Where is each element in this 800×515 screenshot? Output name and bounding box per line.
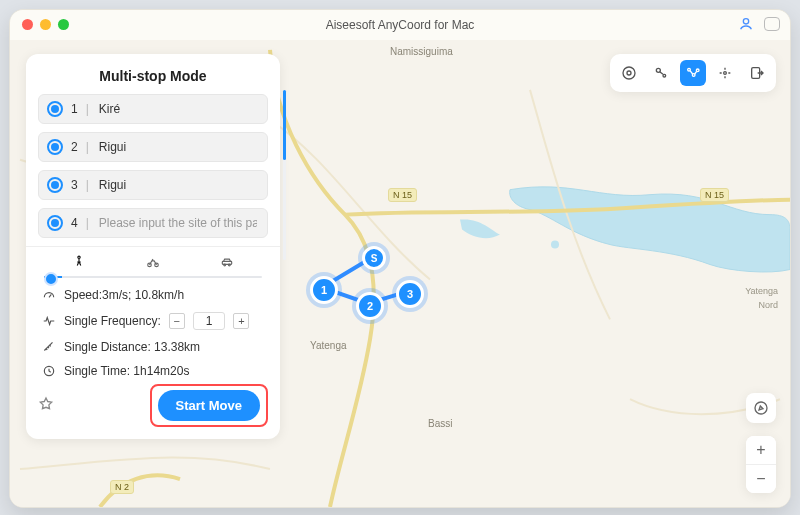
stop-radio-icon[interactable] [47,139,63,155]
zoom-controls: + − [746,436,776,493]
mode-chips [610,54,776,92]
stop-index: 2 [71,140,78,154]
distance-label: Single Distance: 13.38km [64,340,200,354]
zoom-out-button[interactable]: − [746,465,776,493]
time-row: Single Time: 1h14m20s [42,364,264,378]
chip-export[interactable] [744,60,770,86]
frequency-value[interactable]: 1 [193,312,226,330]
slider-knob[interactable] [44,272,58,286]
ruler-icon [42,340,56,354]
svg-point-4 [623,67,635,79]
app-window: Aiseesoft AnyCoord for Mac [9,9,791,508]
svg-point-3 [627,71,631,75]
place-bassi: Bassi [428,418,452,429]
zoom-in-button[interactable]: + [746,436,776,464]
traffic-lights [22,19,69,30]
svg-point-9 [696,69,699,72]
svg-point-0 [743,19,748,24]
speed-label: Speed:3m/s; 10.8km/h [64,288,184,302]
titlebar-right [738,16,780,32]
time-label: Single Time: 1h14m20s [64,364,189,378]
svg-point-8 [692,74,695,77]
route-start-node[interactable]: S [362,246,386,270]
start-move-button[interactable]: Start Move [158,390,260,421]
road-n15-b: N 15 [700,188,729,202]
stop-index: 4 [71,216,78,230]
stop-index: 3 [71,178,78,192]
route-node-1[interactable]: 1 [310,276,338,304]
place-yatenga-left: Yatenga [310,340,347,351]
window-title: Aiseesoft AnyCoord for Mac [326,18,475,32]
pulse-icon [42,314,56,328]
stop-row-2[interactable]: 2 | [38,132,268,162]
stop-index: 1 [71,102,78,116]
travel-modes [42,255,264,272]
svg-point-6 [663,74,666,77]
road-n2: N 2 [110,480,134,494]
place-yatenga-right: Yatenga [745,286,778,296]
stop-input-4[interactable] [97,215,259,231]
favorite-icon[interactable] [38,396,54,416]
panel-separator [26,246,280,247]
chip-point[interactable] [648,60,674,86]
route-node-2[interactable]: 2 [356,292,384,320]
panel-scrollbar[interactable] [283,90,286,260]
chip-locate[interactable] [616,60,642,86]
frequency-increase[interactable]: + [233,313,249,329]
left-panel: Multi-stop Mode 1 | 2 | 3 | 4 | [26,54,280,439]
svg-point-7 [688,68,691,71]
svg-point-10 [724,72,727,75]
stop-radio-icon[interactable] [47,101,63,117]
account-icon[interactable] [738,16,754,32]
mode-bike[interactable] [116,255,189,272]
compass-icon [753,400,769,416]
stop-input-2[interactable] [97,139,259,155]
route-node-3[interactable]: 3 [396,280,424,308]
place-nord: Nord [758,300,778,310]
speed-row: Speed:3m/s; 10.8km/h [42,288,264,302]
titlebar: Aiseesoft AnyCoord for Mac [10,10,790,41]
compass-button[interactable] [746,393,776,423]
clock-icon [42,364,56,378]
gauge-icon [42,288,56,302]
panel-title: Multi-stop Mode [38,68,268,84]
cta-highlight: Start Move [150,384,268,427]
place-namissiguima: Namissiguima [390,46,453,57]
frequency-row: Single Frequency: − 1 + [42,312,264,330]
stop-radio-icon[interactable] [47,215,63,231]
svg-point-2 [551,241,559,249]
zoom-window-button[interactable] [58,19,69,30]
stop-row-4[interactable]: 4 | [38,208,268,238]
speed-slider[interactable] [44,276,262,278]
chip-joystick[interactable] [712,60,738,86]
stop-row-1[interactable]: 1 | [38,94,268,124]
distance-row: Single Distance: 13.38km [42,340,264,354]
close-window-button[interactable] [22,19,33,30]
svg-point-19 [755,402,767,414]
mode-car[interactable] [191,255,264,272]
stop-input-3[interactable] [97,177,259,193]
stop-row-3[interactable]: 3 | [38,170,268,200]
road-n15-a: N 15 [388,188,417,202]
frequency-decrease[interactable]: − [169,313,185,329]
window-mode-icon[interactable] [764,17,780,31]
stop-input-1[interactable] [97,101,259,117]
frequency-label: Single Frequency: [64,314,161,328]
frequency-stepper: − 1 + [169,312,250,330]
minimize-window-button[interactable] [40,19,51,30]
stop-radio-icon[interactable] [47,177,63,193]
mode-walk[interactable] [42,255,115,272]
chip-route[interactable] [680,60,706,86]
svg-point-12 [77,256,79,258]
